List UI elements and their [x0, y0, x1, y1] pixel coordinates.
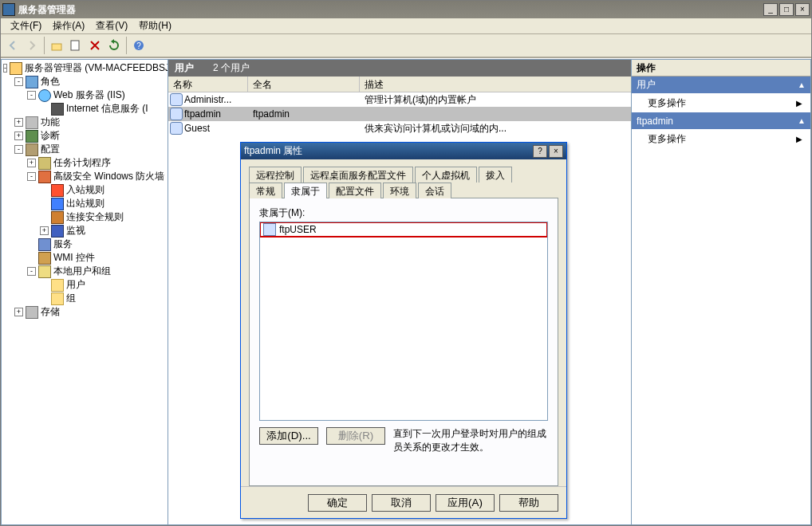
hint-text: 直到下一次用户登录时对用户的组成员关系的更改才生效。 [393, 427, 548, 454]
tree-firewall[interactable]: -高级安全 Windows 防火墙 [2, 170, 168, 183]
localusers-icon [38, 265, 51, 278]
tab-environment[interactable]: 环境 [383, 183, 416, 198]
tab-general[interactable]: 常规 [249, 183, 282, 198]
help-tool[interactable]: ? [130, 37, 148, 54]
actions-section-users[interactable]: 用户▲ [632, 77, 810, 93]
actions-title: 操作 [632, 60, 810, 77]
list-body[interactable]: Administr... 管理计算机(域)的内置帐户 ftpadmin ftpa… [168, 92, 631, 135]
dialog-titlebar: ftpadmin 属性 ? × [241, 143, 566, 159]
maximize-button[interactable]: □ [779, 3, 794, 16]
dialog-title: ftpadmin 属性 [244, 144, 302, 158]
expander-icon[interactable]: - [3, 64, 7, 73]
expander-icon[interactable]: + [14, 308, 23, 316]
tree-conn-sec[interactable]: 连接安全规则 [2, 210, 168, 224]
ok-button[interactable]: 确定 [308, 494, 367, 512]
add-button[interactable]: 添加(D)... [259, 427, 318, 445]
connsec-icon [51, 211, 64, 224]
menu-action[interactable]: 操作(A) [48, 18, 89, 33]
chevron-right-icon: ▶ [796, 99, 802, 108]
close-button[interactable]: × [549, 145, 563, 158]
expander-icon[interactable]: + [14, 118, 23, 127]
tab-pane-memberof: 隶属于(M): ftpUSER 添加(D)... 删除(R) 直到下一次用户登录… [249, 198, 558, 486]
group-name: ftpUSER [279, 224, 317, 235]
col-fullname[interactable]: 全名 [248, 77, 360, 92]
tab-profile[interactable]: 配置文件 [329, 183, 381, 198]
tree-roles[interactable]: -角色 [2, 75, 168, 88]
user-icon [170, 122, 183, 135]
minimize-button[interactable]: _ [763, 3, 778, 16]
tab-personal-vm[interactable]: 个人虚拟机 [415, 167, 477, 183]
tree-root[interactable]: -服务器管理器 (VM-MACFEEDBSJ) [2, 61, 168, 75]
diagnostics-icon [26, 130, 38, 143]
tree-groups[interactable]: 组 [2, 292, 168, 305]
tab-dialin[interactable]: 拨入 [479, 167, 512, 183]
config-icon [26, 143, 38, 156]
user-icon [170, 108, 183, 120]
folder-icon [51, 279, 64, 292]
tree-iis-mgr[interactable]: Internet 信息服务 (I [2, 102, 168, 116]
memberof-listbox[interactable]: ftpUSER [259, 222, 548, 421]
tab-memberof[interactable]: 隶属于 [284, 183, 327, 198]
tree-monitor[interactable]: +监视 [2, 224, 168, 237]
server-icon [10, 62, 22, 75]
iis-icon [51, 103, 64, 116]
delete-tool[interactable] [86, 37, 104, 54]
list-row[interactable]: Guest 供来宾访问计算机或访问域的内... [168, 121, 631, 135]
apply-button[interactable]: 应用(A) [436, 494, 495, 512]
wmi-icon [38, 252, 51, 265]
actions-panel: 操作 用户▲ 更多操作▶ ftpadmin▲ 更多操作▶ [631, 59, 811, 525]
close-button[interactable]: × [795, 3, 810, 16]
tree-panel[interactable]: -服务器管理器 (VM-MACFEEDBSJ) -角色 -Web 服务器 (II… [1, 59, 168, 525]
tab-remote-control[interactable]: 远程控制 [249, 167, 302, 183]
help-button[interactable]: 帮助 [499, 494, 558, 512]
tree-services[interactable]: 服务 [2, 237, 168, 251]
up-button[interactable] [48, 37, 65, 54]
help-button[interactable]: ? [533, 145, 547, 158]
features-icon [26, 116, 38, 129]
tree-features[interactable]: +功能 [2, 116, 168, 129]
expander-icon[interactable]: + [14, 132, 23, 140]
actions-more-1[interactable]: 更多操作▶ [632, 93, 810, 112]
actions-section-ftpadmin[interactable]: ftpadmin▲ [632, 112, 810, 129]
menu-help[interactable]: 帮助(H) [134, 18, 176, 33]
refresh-tool[interactable] [105, 37, 123, 54]
tree-config[interactable]: -配置 [2, 143, 168, 156]
expander-icon[interactable]: + [27, 159, 36, 167]
tree-local-users[interactable]: -本地用户和组 [2, 265, 168, 278]
tree-outbound[interactable]: 出站规则 [2, 197, 168, 210]
inbound-icon [51, 184, 64, 197]
col-name[interactable]: 名称 [168, 77, 248, 92]
properties-dialog: ftpadmin 属性 ? × 远程控制 远程桌面服务配置文件 个人虚拟机 拨入… [240, 142, 567, 519]
list-row[interactable]: Administr... 管理计算机(域)的内置帐户 [168, 92, 631, 107]
chevron-right-icon: ▶ [796, 135, 802, 143]
tree-inbound[interactable]: 入站规则 [2, 183, 168, 197]
properties-tool[interactable] [67, 37, 85, 54]
tab-sessions[interactable]: 会话 [418, 183, 451, 198]
tab-rds-profile[interactable]: 远程桌面服务配置文件 [303, 167, 413, 183]
remove-button[interactable]: 删除(R) [326, 427, 385, 445]
tree-wmi[interactable]: WMI 控件 [2, 251, 168, 265]
menu-view[interactable]: 查看(V) [91, 18, 132, 33]
expander-icon[interactable]: - [14, 77, 23, 86]
back-button[interactable] [4, 37, 22, 54]
expander-icon[interactable]: - [14, 145, 23, 154]
tree-users[interactable]: 用户 [2, 278, 168, 292]
cancel-button[interactable]: 取消 [372, 494, 431, 512]
tree-diagnostics[interactable]: +诊断 [2, 129, 168, 143]
memberof-label: 隶属于(M): [259, 206, 548, 220]
list-item[interactable]: ftpUSER [260, 222, 547, 237]
tree-storage[interactable]: +存储 [2, 305, 168, 319]
expander-icon[interactable]: - [27, 91, 36, 100]
menu-file[interactable]: 文件(F) [6, 18, 46, 33]
expander-icon[interactable]: - [27, 267, 36, 276]
expander-icon[interactable]: + [40, 226, 49, 235]
app-title: 服务器管理器 [18, 3, 76, 17]
tree-task-scheduler[interactable]: +任务计划程序 [2, 156, 168, 170]
tree-web-iis[interactable]: -Web 服务器 (IIS) [2, 88, 168, 102]
forward-button[interactable] [23, 37, 41, 54]
actions-more-2[interactable]: 更多操作▶ [632, 129, 810, 148]
expander-icon[interactable]: - [27, 172, 36, 181]
list-row[interactable]: ftpadmin ftpadmin [168, 107, 631, 121]
roles-icon [26, 76, 38, 88]
col-description[interactable]: 描述 [360, 77, 631, 92]
